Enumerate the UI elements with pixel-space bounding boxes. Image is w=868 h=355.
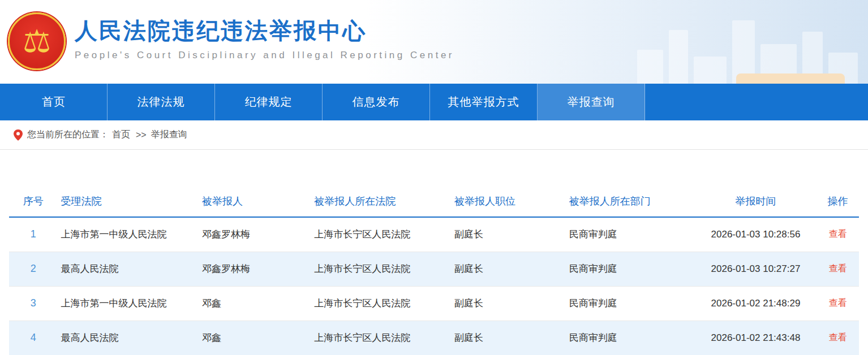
nav-item-home[interactable]: 首页 [0,84,108,120]
breadcrumb: 您当前所在的位置： 首页 >> 举报查询 [0,120,868,150]
main-nav: 首页 法律法规 纪律规定 信息发布 其他举报方式 举报查询 [0,84,868,120]
nav-item-discipline-rules[interactable]: 纪律规定 [215,84,323,120]
cell-reported-person: 邓鑫罗林梅 [199,252,311,286]
cell-accepting-court: 最高人民法院 [58,321,199,355]
breadcrumb-prefix: 您当前所在的位置： [27,129,109,141]
nav-item-info-release[interactable]: 信息发布 [323,84,430,120]
nav-item-other-report-methods[interactable]: 其他举报方式 [430,84,538,120]
view-link[interactable]: 查看 [828,332,846,342]
site-subtitle: People's Court Disciplinary and Illegal … [75,50,454,61]
nav-item-report-query[interactable]: 举报查询 [538,84,645,120]
site-header: ⚖ 人民法院违纪违法举报中心 People's Court Disciplina… [0,0,868,84]
title-block: 人民法院违纪违法举报中心 People's Court Disciplinary… [75,17,454,61]
main-content: 序号 受理法院 被举报人 被举报人所在法院 被举报人职位 被举报人所在部门 举报… [0,150,868,355]
location-pin-icon [14,129,23,141]
cell-position: 副庭长 [451,217,566,252]
court-emblem-logo: ⚖ [8,12,66,70]
column-header-person-court: 被举报人所在法院 [311,186,451,217]
cell-reported-person: 邓鑫 [199,321,311,355]
cell-index: 4 [9,321,58,355]
column-header-report-time: 举报时间 [695,186,817,217]
nav-item-laws[interactable]: 法律法规 [108,84,215,120]
breadcrumb-separator: >> [136,130,147,140]
cell-accepting-court: 上海市第一中级人民法院 [58,217,199,252]
column-header-reported-person: 被举报人 [199,186,311,217]
cell-department: 民商审判庭 [566,217,695,252]
cell-person-court: 上海市长宁区人民法院 [311,286,451,321]
column-header-index: 序号 [9,186,58,217]
cell-department: 民商审判庭 [566,286,695,321]
cell-index: 2 [9,252,58,286]
cell-index: 3 [9,286,58,321]
cell-position: 副庭长 [451,252,566,286]
cell-position: 副庭长 [451,321,566,355]
cell-index: 1 [9,217,58,252]
cell-reported-person: 邓鑫 [199,286,311,321]
cell-report-time: 2026-01-02 21:48:29 [695,286,817,321]
cell-accepting-court: 上海市第一中级人民法院 [58,286,199,321]
breadcrumb-current: 举报查询 [151,129,187,141]
breadcrumb-home-link[interactable]: 首页 [112,129,130,141]
cell-report-time: 2026-01-03 10:28:56 [695,217,817,252]
view-link[interactable]: 查看 [828,298,846,308]
view-link[interactable]: 查看 [828,263,846,273]
cell-position: 副庭长 [451,286,566,321]
scales-of-justice-icon: ⚖ [23,25,51,57]
column-header-position: 被举报人职位 [451,186,566,217]
table-row: 3 上海市第一中级人民法院 邓鑫 上海市长宁区人民法院 副庭长 民商审判庭 20… [9,286,859,321]
cell-person-court: 上海市长宁区人民法院 [311,321,451,355]
table-row: 2 最高人民法院 邓鑫罗林梅 上海市长宁区人民法院 副庭长 民商审判庭 2026… [9,252,859,286]
column-header-accepting-court: 受理法院 [58,186,199,217]
view-link[interactable]: 查看 [828,229,846,239]
cell-department: 民商审判庭 [566,321,695,355]
column-header-department: 被举报人所在部门 [566,186,695,217]
cell-person-court: 上海市长宁区人民法院 [311,217,451,252]
cell-report-time: 2026-01-02 21:43:48 [695,321,817,355]
table-row: 1 上海市第一中级人民法院 邓鑫罗林梅 上海市长宁区人民法院 副庭长 民商审判庭… [9,217,859,252]
cell-reported-person: 邓鑫罗林梅 [199,217,311,252]
cell-report-time: 2026-01-03 10:27:27 [695,252,817,286]
site-title: 人民法院违纪违法举报中心 [75,17,454,44]
cell-accepting-court: 最高人民法院 [58,252,199,286]
cell-person-court: 上海市长宁区人民法院 [311,252,451,286]
cell-department: 民商审判庭 [566,252,695,286]
table-header-row: 序号 受理法院 被举报人 被举报人所在法院 被举报人职位 被举报人所在部门 举报… [9,186,859,217]
report-table: 序号 受理法院 被举报人 被举报人所在法院 被举报人职位 被举报人所在部门 举报… [9,186,859,355]
table-row: 4 最高人民法院 邓鑫 上海市长宁区人民法院 副庭长 民商审判庭 2026-01… [9,321,859,355]
column-header-action: 操作 [817,186,859,217]
